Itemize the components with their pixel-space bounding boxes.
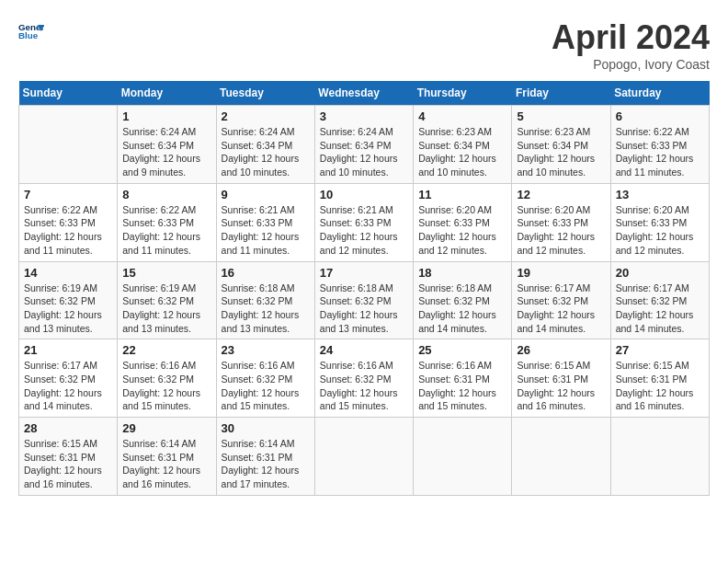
day-info: Sunrise: 6:17 AMSunset: 6:32 PMDaylight:… xyxy=(616,282,704,336)
calendar-week-2: 7Sunrise: 6:22 AMSunset: 6:33 PMDaylight… xyxy=(19,183,710,261)
calendar-cell: 6Sunrise: 6:22 AMSunset: 6:33 PMDaylight… xyxy=(610,106,709,184)
day-info: Sunrise: 6:18 AMSunset: 6:32 PMDaylight:… xyxy=(222,282,310,336)
calendar-cell: 21Sunrise: 6:17 AMSunset: 6:32 PMDayligh… xyxy=(19,339,118,418)
day-number: 6 xyxy=(616,109,704,123)
header: General Blue April 2024 Popogo, Ivory Co… xyxy=(18,18,710,72)
day-info: Sunrise: 6:24 AMSunset: 6:34 PMDaylight:… xyxy=(320,125,408,179)
calendar-cell: 26Sunrise: 6:15 AMSunset: 6:31 PMDayligh… xyxy=(512,339,610,418)
day-number: 7 xyxy=(24,188,112,201)
calendar-header: SundayMondayTuesdayWednesdayThursdayFrid… xyxy=(19,81,710,106)
day-number: 18 xyxy=(418,266,506,280)
day-number: 15 xyxy=(122,266,210,280)
calendar-cell: 8Sunrise: 6:22 AMSunset: 6:33 PMDaylight… xyxy=(118,183,216,261)
title-area: April 2024 Popogo, Ivory Coast xyxy=(552,18,710,72)
day-number: 16 xyxy=(222,266,310,280)
day-header-friday: Friday xyxy=(512,81,610,106)
day-info: Sunrise: 6:15 AMSunset: 6:31 PMDaylight:… xyxy=(616,359,704,413)
day-number: 9 xyxy=(222,188,310,201)
day-info: Sunrise: 6:17 AMSunset: 6:32 PMDaylight:… xyxy=(24,359,112,413)
calendar-cell: 1Sunrise: 6:24 AMSunset: 6:34 PMDaylight… xyxy=(118,106,216,184)
calendar-cell: 13Sunrise: 6:20 AMSunset: 6:33 PMDayligh… xyxy=(610,183,709,261)
day-number: 10 xyxy=(320,188,408,201)
calendar-cell xyxy=(414,418,512,496)
day-number: 12 xyxy=(517,188,605,201)
calendar-cell: 28Sunrise: 6:15 AMSunset: 6:31 PMDayligh… xyxy=(19,418,118,496)
day-info: Sunrise: 6:22 AMSunset: 6:33 PMDaylight:… xyxy=(616,125,704,179)
calendar-cell: 3Sunrise: 6:24 AMSunset: 6:34 PMDaylight… xyxy=(314,106,413,184)
svg-text:Blue: Blue xyxy=(18,30,39,40)
day-number: 26 xyxy=(517,343,605,357)
day-number: 24 xyxy=(320,343,408,357)
day-info: Sunrise: 6:22 AMSunset: 6:33 PMDaylight:… xyxy=(122,203,210,258)
day-info: Sunrise: 6:19 AMSunset: 6:32 PMDaylight:… xyxy=(122,282,210,336)
day-number: 11 xyxy=(418,188,506,201)
day-number: 30 xyxy=(222,421,310,435)
calendar-cell: 27Sunrise: 6:15 AMSunset: 6:31 PMDayligh… xyxy=(610,339,709,418)
calendar-cell: 18Sunrise: 6:18 AMSunset: 6:32 PMDayligh… xyxy=(414,261,512,339)
day-number: 23 xyxy=(222,343,310,357)
calendar-table: SundayMondayTuesdayWednesdayThursdayFrid… xyxy=(18,81,710,496)
day-info: Sunrise: 6:24 AMSunset: 6:34 PMDaylight:… xyxy=(222,125,310,179)
day-header-wednesday: Wednesday xyxy=(314,81,413,106)
calendar-cell: 30Sunrise: 6:14 AMSunset: 6:31 PMDayligh… xyxy=(216,418,314,496)
day-info: Sunrise: 6:18 AMSunset: 6:32 PMDaylight:… xyxy=(418,282,506,336)
calendar-cell xyxy=(19,106,118,184)
day-header-monday: Monday xyxy=(118,81,216,106)
calendar-cell: 20Sunrise: 6:17 AMSunset: 6:32 PMDayligh… xyxy=(610,261,709,339)
day-info: Sunrise: 6:22 AMSunset: 6:33 PMDaylight:… xyxy=(24,203,112,258)
day-number: 21 xyxy=(24,343,112,357)
calendar-cell xyxy=(610,418,709,496)
calendar-cell: 25Sunrise: 6:16 AMSunset: 6:31 PMDayligh… xyxy=(414,339,512,418)
calendar-body: 1Sunrise: 6:24 AMSunset: 6:34 PMDaylight… xyxy=(19,106,710,496)
day-info: Sunrise: 6:20 AMSunset: 6:33 PMDaylight:… xyxy=(517,203,605,258)
day-number: 1 xyxy=(122,109,210,123)
calendar-week-5: 28Sunrise: 6:15 AMSunset: 6:31 PMDayligh… xyxy=(19,418,710,496)
day-info: Sunrise: 6:23 AMSunset: 6:34 PMDaylight:… xyxy=(418,125,506,179)
day-number: 20 xyxy=(616,266,704,280)
day-number: 4 xyxy=(418,109,506,123)
calendar-cell: 9Sunrise: 6:21 AMSunset: 6:33 PMDaylight… xyxy=(216,183,314,261)
day-info: Sunrise: 6:16 AMSunset: 6:32 PMDaylight:… xyxy=(222,359,310,413)
calendar-cell: 10Sunrise: 6:21 AMSunset: 6:33 PMDayligh… xyxy=(314,183,413,261)
day-info: Sunrise: 6:20 AMSunset: 6:33 PMDaylight:… xyxy=(616,203,704,258)
day-info: Sunrise: 6:17 AMSunset: 6:32 PMDaylight:… xyxy=(517,282,605,336)
calendar-cell xyxy=(512,418,610,496)
calendar-cell: 4Sunrise: 6:23 AMSunset: 6:34 PMDaylight… xyxy=(414,106,512,184)
calendar-week-4: 21Sunrise: 6:17 AMSunset: 6:32 PMDayligh… xyxy=(19,339,710,418)
day-info: Sunrise: 6:18 AMSunset: 6:32 PMDaylight:… xyxy=(320,282,408,336)
day-number: 25 xyxy=(418,343,506,357)
month-title: April 2024 xyxy=(552,18,710,57)
day-number: 22 xyxy=(122,343,210,357)
day-number: 8 xyxy=(122,188,210,201)
calendar-cell: 2Sunrise: 6:24 AMSunset: 6:34 PMDaylight… xyxy=(216,106,314,184)
logo-icon: General Blue xyxy=(18,18,44,44)
calendar-cell xyxy=(314,418,413,496)
calendar-cell: 19Sunrise: 6:17 AMSunset: 6:32 PMDayligh… xyxy=(512,261,610,339)
day-number: 14 xyxy=(24,266,112,280)
day-info: Sunrise: 6:21 AMSunset: 6:33 PMDaylight:… xyxy=(320,203,408,258)
calendar-cell: 12Sunrise: 6:20 AMSunset: 6:33 PMDayligh… xyxy=(512,183,610,261)
calendar-week-3: 14Sunrise: 6:19 AMSunset: 6:32 PMDayligh… xyxy=(19,261,710,339)
calendar-cell: 5Sunrise: 6:23 AMSunset: 6:34 PMDaylight… xyxy=(512,106,610,184)
calendar-cell: 16Sunrise: 6:18 AMSunset: 6:32 PMDayligh… xyxy=(216,261,314,339)
day-header-saturday: Saturday xyxy=(610,81,709,106)
day-number: 2 xyxy=(222,109,310,123)
day-number: 3 xyxy=(320,109,408,123)
day-header-thursday: Thursday xyxy=(414,81,512,106)
day-info: Sunrise: 6:20 AMSunset: 6:33 PMDaylight:… xyxy=(418,203,506,258)
day-info: Sunrise: 6:16 AMSunset: 6:32 PMDaylight:… xyxy=(122,359,210,413)
day-number: 19 xyxy=(517,266,605,280)
day-number: 27 xyxy=(616,343,704,357)
day-info: Sunrise: 6:14 AMSunset: 6:31 PMDaylight:… xyxy=(122,437,210,491)
day-number: 17 xyxy=(320,266,408,280)
location-subtitle: Popogo, Ivory Coast xyxy=(552,57,710,72)
calendar-week-1: 1Sunrise: 6:24 AMSunset: 6:34 PMDaylight… xyxy=(19,106,710,184)
day-info: Sunrise: 6:16 AMSunset: 6:32 PMDaylight:… xyxy=(320,359,408,413)
calendar-cell: 15Sunrise: 6:19 AMSunset: 6:32 PMDayligh… xyxy=(118,261,216,339)
day-info: Sunrise: 6:21 AMSunset: 6:33 PMDaylight:… xyxy=(222,203,310,258)
day-info: Sunrise: 6:19 AMSunset: 6:32 PMDaylight:… xyxy=(24,282,112,336)
day-number: 13 xyxy=(616,188,704,201)
calendar-cell: 7Sunrise: 6:22 AMSunset: 6:33 PMDaylight… xyxy=(19,183,118,261)
calendar-cell: 24Sunrise: 6:16 AMSunset: 6:32 PMDayligh… xyxy=(314,339,413,418)
day-info: Sunrise: 6:15 AMSunset: 6:31 PMDaylight:… xyxy=(24,437,112,491)
